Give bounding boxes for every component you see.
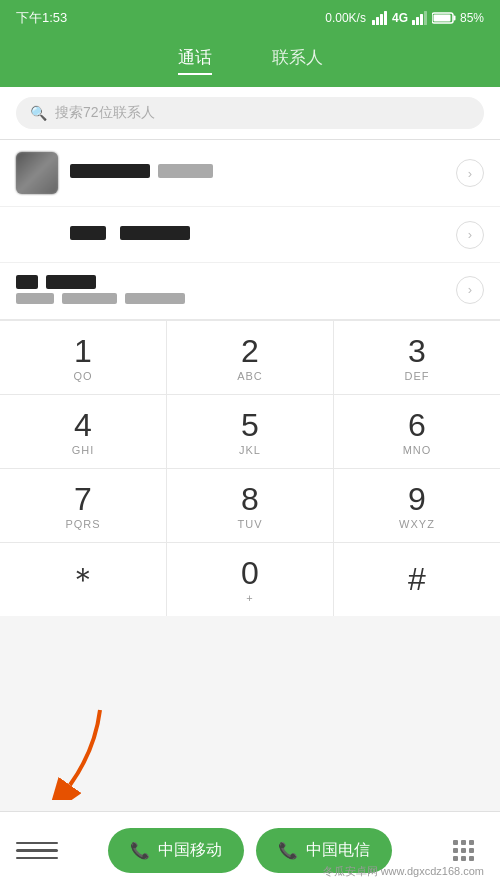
dialpad-row: 7PQRS8TUV9WXYZ (0, 468, 500, 542)
name-block (70, 226, 106, 240)
name-block (16, 275, 38, 289)
svg-rect-3 (384, 11, 387, 25)
dialpad-key[interactable]: 8TUV (167, 469, 334, 542)
dialpad-key[interactable]: # (334, 543, 500, 616)
contact-item[interactable]: › (0, 207, 500, 263)
chevron-button[interactable]: › (456, 221, 484, 249)
contact-info (70, 226, 456, 244)
tab-bar: 通话 联系人 (0, 36, 500, 87)
tab-contacts[interactable]: 联系人 (272, 46, 323, 75)
arrow-annotation (40, 700, 120, 804)
detail-block (125, 293, 185, 304)
dialpad-key[interactable]: 3DEF (334, 321, 500, 394)
keypad-dot-row (453, 848, 474, 853)
contact-name (70, 226, 456, 240)
dialpad-key[interactable]: 1QO (0, 321, 167, 394)
dialpad-key[interactable]: 4GHI (0, 395, 167, 468)
network-speed: 0.00K/s (325, 11, 366, 25)
keypad-dot (453, 856, 458, 861)
contact-item[interactable]: › (0, 263, 500, 319)
key-letters: QO (73, 370, 92, 382)
dialpad-key[interactable]: 6MNO (334, 395, 500, 468)
keypad-dot-row (453, 856, 474, 861)
key-letters: GHI (72, 444, 95, 456)
search-icon: 🔍 (30, 105, 47, 121)
svg-rect-0 (372, 20, 375, 25)
contact-info (16, 275, 456, 304)
dialpad-row: 4GHI5JKL6MNO (0, 394, 500, 468)
watermark: 冬瓜安卓网 www.dgxcdz168.com (323, 864, 484, 879)
phone-icon-2: 📞 (278, 841, 298, 860)
battery-icon (432, 11, 456, 25)
search-input-wrap[interactable]: 🔍 搜索72位联系人 (16, 97, 484, 129)
network-type: 4G (392, 11, 408, 25)
status-bar: 下午1:53 0.00K/s 4G (0, 0, 500, 36)
menu-line (16, 849, 58, 852)
key-letters: JKL (239, 444, 261, 456)
dialpad-key[interactable]: 9WXYZ (334, 469, 500, 542)
chevron-button[interactable]: › (456, 159, 484, 187)
call-btn-telecom-label: 中国电信 (306, 840, 370, 861)
key-number: 6 (408, 409, 426, 441)
contact-info (70, 164, 456, 182)
contact-name (70, 164, 456, 178)
contact-item[interactable]: › (0, 140, 500, 207)
name-block (46, 275, 96, 289)
dialpad-key[interactable]: 7PQRS (0, 469, 167, 542)
signal-icon (372, 11, 388, 25)
svg-rect-7 (424, 11, 427, 25)
svg-rect-2 (380, 14, 383, 25)
key-letters: WXYZ (399, 518, 435, 530)
detail-block (16, 293, 54, 304)
keypad-dot (469, 840, 474, 845)
key-number: 7 (74, 483, 92, 515)
keypad-dot (461, 856, 466, 861)
chevron-button[interactable]: › (456, 276, 484, 304)
dialpad-key[interactable]: 0+ (167, 543, 334, 616)
menu-button[interactable] (16, 830, 58, 872)
status-time: 下午1:53 (16, 9, 67, 27)
keypad-dot (453, 840, 458, 845)
signal-icon-2 (412, 11, 428, 25)
dialpad-key[interactable]: ＊ (0, 543, 167, 616)
key-number: 9 (408, 483, 426, 515)
keypad-dot (453, 848, 458, 853)
contact-detail (16, 293, 456, 304)
key-number: 2 (241, 335, 259, 367)
keypad-dot (469, 856, 474, 861)
key-number: 4 (74, 409, 92, 441)
menu-line (16, 842, 58, 845)
name-block-gray (158, 164, 213, 178)
key-number: 5 (241, 409, 259, 441)
key-number: # (408, 563, 426, 595)
status-right: 0.00K/s 4G 85% (325, 11, 484, 25)
key-number: 1 (74, 335, 92, 367)
status-icons: 4G 85% (372, 11, 484, 25)
phone-icon: 📞 (130, 841, 150, 860)
key-letters: ABC (237, 370, 263, 382)
keypad-dot (469, 848, 474, 853)
keypad-dot-row (453, 840, 474, 845)
key-number: 3 (408, 335, 426, 367)
dialpad-row: 1QO2ABC3DEF (0, 320, 500, 394)
key-number: ＊ (67, 563, 99, 595)
svg-rect-5 (416, 17, 419, 25)
key-letters: PQRS (65, 518, 100, 530)
svg-rect-4 (412, 20, 415, 25)
call-btn-mobile-label: 中国移动 (158, 840, 222, 861)
dialpad-key[interactable]: 2ABC (167, 321, 334, 394)
menu-line (16, 857, 58, 860)
contacts-list: › › › (0, 140, 500, 320)
keypad-dot (461, 840, 466, 845)
svg-rect-6 (420, 14, 423, 25)
svg-rect-9 (453, 16, 455, 21)
dialpad-key[interactable]: 5JKL (167, 395, 334, 468)
tab-calls[interactable]: 通话 (178, 46, 212, 75)
call-btn-mobile[interactable]: 📞 中国移动 (108, 828, 244, 873)
battery-level: 85% (460, 11, 484, 25)
name-block (120, 226, 190, 240)
svg-rect-1 (376, 17, 379, 25)
search-placeholder: 搜索72位联系人 (55, 104, 155, 122)
dialpad-row: ＊0+# (0, 542, 500, 616)
key-number: 0 (241, 557, 259, 589)
